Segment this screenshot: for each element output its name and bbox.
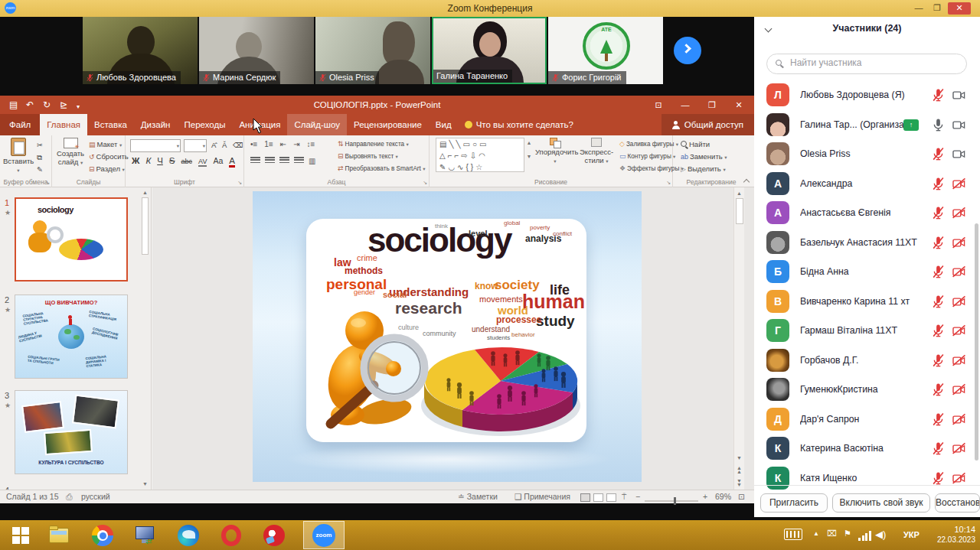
select-button[interactable]: ▷Выделить ▾ — [681, 164, 726, 173]
strikethrough-button[interactable]: S — [169, 156, 175, 165]
slide-thumbnail-1[interactable]: sociology — [15, 197, 128, 282]
increase-indent-icon[interactable]: ⇥ — [293, 140, 299, 148]
tab-design[interactable]: Дизайн — [134, 114, 178, 135]
search-box[interactable] — [766, 54, 967, 74]
ppt-minimize-button[interactable]: — — [674, 96, 697, 114]
reset-button[interactable]: ↺Сбросить — [89, 152, 129, 161]
flag-icon[interactable]: ⚑ — [844, 529, 851, 539]
remote-desktop-icon[interactable]: ⇄ — [133, 523, 158, 548]
zoom-slider[interactable] — [645, 496, 698, 505]
tab-home[interactable]: Главная — [40, 114, 87, 135]
battery-icon[interactable]: ⌧ — [827, 529, 837, 539]
shrink-font-icon[interactable]: А̌ — [222, 141, 227, 149]
grow-font-icon[interactable]: А̂ — [211, 141, 216, 149]
edge-icon[interactable] — [176, 523, 201, 548]
cut-icon[interactable]: ✂ — [37, 141, 43, 149]
video-tile[interactable]: Марина Сердюк — [199, 17, 314, 84]
participant-row[interactable]: Б Бідна Анна — [754, 257, 974, 286]
participant-row[interactable]: Базельчук Анастасия 11ХТ — [754, 228, 974, 257]
opera-icon[interactable] — [219, 523, 243, 548]
collapse-ribbon-icon[interactable] — [743, 177, 750, 184]
zoom-minimize-button[interactable]: — — [910, 2, 928, 15]
video-tile[interactable]: Любовь Здоровцева — [83, 17, 198, 84]
zoom-in-button[interactable]: + — [703, 492, 707, 501]
align-right-icon[interactable] — [279, 157, 289, 164]
shapes-gallery[interactable]: ▤╲╲▭○▭△⌐⌐⇨⇩◠✎◡∿{}☆ — [436, 138, 524, 172]
participant-row[interactable]: Г Гармаш Віталіна 11ХТ — [754, 316, 974, 345]
view-buttons[interactable] — [580, 492, 619, 502]
tab-transitions[interactable]: Переходы — [177, 114, 232, 135]
participant-row[interactable]: Галина Тар... (Организатор) ↑ — [754, 110, 974, 139]
bullets-icon[interactable]: •≡ — [250, 140, 257, 148]
fit-to-window-button[interactable]: ⊡ — [738, 492, 745, 501]
chrome-icon[interactable] — [90, 523, 115, 548]
font-color-button[interactable]: А — [229, 156, 235, 168]
search-input[interactable] — [790, 57, 959, 68]
tab-file[interactable]: Файл — [0, 114, 40, 135]
numbering-icon[interactable]: 1≡ — [264, 140, 273, 148]
participant-row[interactable]: А Анастасьєва Євгенія — [754, 198, 974, 227]
next-slide-button[interactable]: ▼▼ — [734, 479, 744, 487]
layout-button[interactable]: ▤Макет ▾ — [89, 140, 122, 148]
video-tile[interactable]: Olesia Priss — [315, 17, 430, 84]
zoom-percent[interactable]: 69% — [715, 492, 731, 501]
copy-icon[interactable]: ⧉ — [37, 153, 42, 162]
share-button[interactable]: Общий доступ — [662, 114, 754, 135]
participant-row[interactable]: А Александра — [754, 169, 974, 198]
shape-outline-button[interactable]: ▭Контур фигуры ▾ — [619, 152, 675, 160]
participant-row[interactable]: К Катерина Васютіна — [754, 434, 974, 463]
arrange-button[interactable]: Упорядочить▾ — [535, 138, 575, 165]
shapes-scroll-up[interactable]: ▲ — [526, 140, 532, 145]
thumbnail-scrollbar[interactable]: ▲ ▼ — [140, 187, 150, 490]
participant-row[interactable]: Л Любовь Здоровцева (Я) — [754, 80, 974, 109]
slide-canvas-area[interactable]: sociology personal methods crime law und… — [152, 187, 754, 490]
file-explorer-icon[interactable] — [47, 523, 72, 548]
video-tile[interactable]: ATE Форис Григорій — [548, 17, 663, 84]
decrease-indent-icon[interactable]: ⇤ — [280, 140, 286, 148]
italic-button[interactable]: К — [145, 156, 151, 165]
clock[interactable]: 10:14 22.03.2023 — [933, 525, 975, 545]
tab-view[interactable]: Вид — [429, 114, 459, 135]
slide-thumbnail-2[interactable]: ЩО ВИВЧАТИМО? СОЦІАЛЬНА СТРУКТУРА СУСПІЛ… — [15, 295, 128, 379]
speaker-icon[interactable]: ◀) — [875, 529, 886, 540]
notes-toggle[interactable]: ≐ Заметки — [458, 492, 498, 501]
shapes-scroll-down[interactable]: ▼ — [526, 154, 532, 159]
underline-button[interactable]: Ч — [157, 156, 163, 165]
tab-review[interactable]: Рецензирование — [347, 114, 429, 135]
zoom-taskbar-button[interactable]: zoom — [303, 521, 345, 549]
participant-row[interactable]: В Вивчаренко Карина 11 хт — [754, 287, 974, 316]
columns-icon[interactable]: ▥ — [309, 157, 315, 165]
scrollbar-thumb[interactable] — [736, 198, 743, 224]
ribbon-options-button[interactable]: ⊡ — [647, 96, 670, 114]
format-painter-icon[interactable]: ✎ — [37, 165, 43, 174]
text-direction-button[interactable]: ⇅Направление текста ▾ — [338, 140, 409, 148]
new-slide-button[interactable]: Создать слайд ▾ — [54, 138, 87, 167]
touch-keyboard-icon[interactable] — [784, 529, 802, 540]
char-spacing-button[interactable]: AV — [198, 158, 207, 167]
align-left-icon[interactable] — [250, 157, 260, 164]
scrollbar-thumb[interactable] — [142, 197, 149, 255]
notes-icon[interactable]: ⎙ — [66, 492, 72, 502]
zoom-close-button[interactable]: ✕ — [948, 2, 971, 15]
zoom-out-button[interactable]: − — [635, 492, 640, 501]
slide-thumbnail-3[interactable]: КУЛЬТУРА І СУСПІЛЬСТВО — [15, 390, 128, 474]
clear-format-icon[interactable]: ⌫ — [233, 141, 243, 149]
comments-toggle[interactable]: ❑ Примечания — [514, 492, 570, 501]
slide[interactable]: sociology personal methods crime law und… — [253, 191, 642, 482]
scroll-down-arrow[interactable]: ▼ — [140, 481, 150, 487]
network-signal-icon[interactable] — [858, 531, 871, 541]
participant-row[interactable]: Горбачов Д.Г. — [754, 346, 974, 375]
language-indicator[interactable]: УКР — [903, 530, 920, 539]
participants-scrollbar[interactable] — [975, 223, 978, 461]
find-button[interactable]: Найти — [681, 140, 710, 148]
restore-order-button[interactable]: Восстановит — [935, 493, 980, 513]
start-button[interactable] — [9, 523, 34, 548]
line-spacing-icon[interactable]: ↕≡ — [307, 140, 315, 148]
shadow-button[interactable]: abc — [181, 158, 193, 165]
slideshow-view-button[interactable]: ⍑ — [622, 492, 626, 502]
smartart-button[interactable]: ⇄Преобразовать в SmartArt ▾ — [338, 164, 425, 172]
quick-styles-button[interactable]: Экспресс-стили ▾ — [577, 138, 616, 165]
invite-button[interactable]: Пригласить — [760, 493, 828, 513]
align-center-icon[interactable] — [265, 157, 275, 164]
previous-slide-button[interactable]: ▲▲ — [734, 466, 744, 474]
